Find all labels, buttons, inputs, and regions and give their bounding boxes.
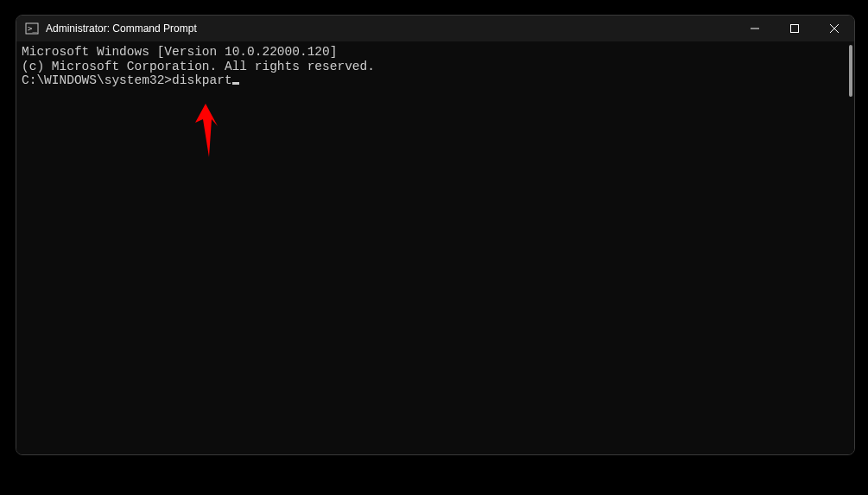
svg-rect-3: [791, 25, 799, 33]
close-button[interactable]: [814, 16, 854, 41]
text-cursor: [232, 82, 239, 85]
titlebar[interactable]: >_ Administrator: Command Prompt: [16, 16, 854, 41]
close-icon: [830, 24, 839, 33]
maximize-icon: [790, 24, 799, 33]
typed-command: diskpart: [172, 73, 232, 87]
minimize-icon: [751, 24, 759, 33]
window-title: Administrator: Command Prompt: [46, 22, 197, 35]
maximize-button[interactable]: [775, 16, 814, 41]
svg-text:>_: >_: [28, 24, 37, 33]
minimize-button[interactable]: [735, 16, 775, 41]
prompt-row: C:\WINDOWS\system32>diskpart: [22, 73, 849, 88]
command-prompt-window: >_ Administrator: Command Prompt: [16, 15, 855, 455]
scrollbar-thumb[interactable]: [849, 45, 852, 97]
cmd-icon: >_: [25, 22, 39, 35]
window-controls: [735, 16, 854, 41]
terminal-body[interactable]: Microsoft Windows [Version 10.0.22000.12…: [16, 41, 854, 454]
prompt-text: C:\WINDOWS\system32>: [22, 73, 172, 87]
output-line: Microsoft Windows [Version 10.0.22000.12…: [22, 45, 849, 60]
output-line: (c) Microsoft Corporation. All rights re…: [22, 60, 849, 74]
